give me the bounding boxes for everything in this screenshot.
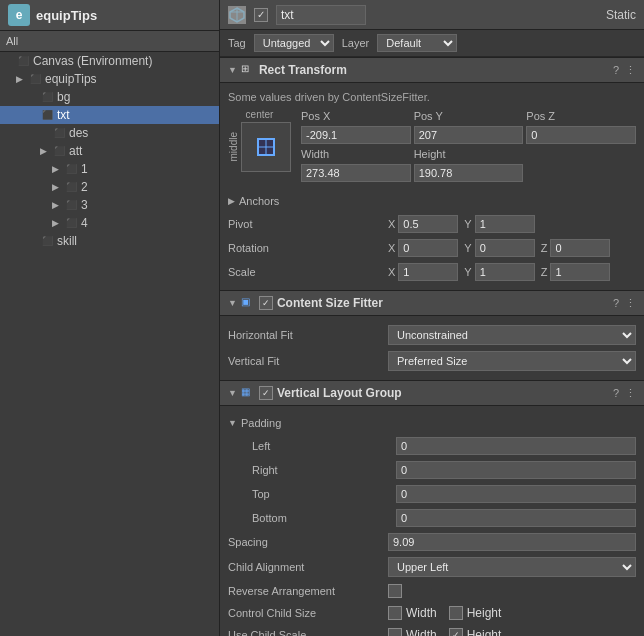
control-child-size-wh: Width Height <box>388 606 636 620</box>
vlg-help[interactable]: ? <box>613 387 619 399</box>
rot-z-input[interactable] <box>550 239 610 257</box>
tree-arrow-3: ▶ <box>52 200 64 210</box>
use-child-scale-label: Use Child Scale <box>228 629 388 636</box>
tag-dropdown[interactable]: Untagged <box>254 34 334 52</box>
tree-item-equiptips[interactable]: ▶ equipTips <box>0 70 219 88</box>
child-alignment-label: Child Alignment <box>228 561 388 573</box>
rect-transform-menu[interactable]: ⋮ <box>625 64 636 77</box>
top-input[interactable] <box>396 485 636 503</box>
height-label: Height <box>414 147 524 161</box>
vlg-header[interactable]: ▼ ▦ Vertical Layout Group ? ⋮ <box>220 380 644 406</box>
tree-icon-txt <box>40 108 54 122</box>
pos-x-input[interactable] <box>301 126 411 144</box>
csf-arrow: ▼ <box>228 298 237 308</box>
use-child-scale-width-checkbox[interactable] <box>388 628 402 636</box>
vlg-enabled-checkbox[interactable] <box>259 386 273 400</box>
left-input[interactable] <box>396 437 636 455</box>
use-child-scale-height-item: Height <box>449 628 502 636</box>
anchors-label: Anchors <box>239 195 399 207</box>
rect-transform-note: Some values driven by ContentSizeFitter. <box>228 89 636 109</box>
tree-icon-4 <box>64 216 78 230</box>
pos-y-input[interactable] <box>414 126 524 144</box>
spacing-input[interactable] <box>388 533 636 551</box>
pos-z-input[interactable] <box>526 126 636 144</box>
tree-item-canvas[interactable]: Canvas (Environment) <box>0 52 219 70</box>
tree-label-att: att <box>69 144 82 158</box>
height-input[interactable] <box>414 164 524 182</box>
pos-y-label: Pos Y <box>414 109 524 123</box>
scale-z-input[interactable] <box>550 263 610 281</box>
scale-label: Scale <box>228 266 388 278</box>
tree-item-3[interactable]: ▶ 3 <box>0 196 219 214</box>
csf-body: Horizontal Fit Unconstrained Vertical Fi… <box>220 316 644 380</box>
child-alignment-row: Child Alignment Upper Left <box>228 554 636 580</box>
tree-item-1[interactable]: ▶ 1 <box>0 160 219 178</box>
rot-y-input[interactable] <box>475 239 535 257</box>
anchor-widget[interactable] <box>241 122 291 172</box>
rotation-inputs: X Y Z <box>388 239 636 257</box>
right-input[interactable] <box>396 461 636 479</box>
control-child-width-label: Width <box>406 606 437 620</box>
control-child-height-checkbox[interactable] <box>449 606 463 620</box>
tree-label-bg: bg <box>57 90 70 104</box>
pivot-x-input[interactable] <box>398 215 458 233</box>
control-child-height-item: Height <box>449 606 502 620</box>
pivot-y-input[interactable] <box>475 215 535 233</box>
vlg-body: ▼ Padding Left Right Top Bottom Spacing <box>220 406 644 636</box>
control-child-width-checkbox[interactable] <box>388 606 402 620</box>
csf-icon: ▣ <box>241 296 255 310</box>
padding-label: Padding <box>241 417 401 429</box>
tree-icon-canvas <box>16 54 30 68</box>
tree-item-des[interactable]: des <box>0 124 219 142</box>
tree-icon-skill <box>40 234 54 248</box>
scale-x-label: X <box>388 266 395 278</box>
hierarchy-panel: e equipTips All Canvas (Environment) ▶ e… <box>0 0 220 636</box>
rot-x-input[interactable] <box>398 239 458 257</box>
padding-section: Left Right Top Bottom <box>228 434 636 530</box>
use-child-scale-height-checkbox[interactable] <box>449 628 463 636</box>
tag-label: Tag <box>228 37 246 49</box>
vertical-fit-dropdown[interactable]: Preferred Size <box>388 351 636 371</box>
tree-item-4[interactable]: ▶ 4 <box>0 214 219 232</box>
rot-x-label: X <box>388 242 395 254</box>
pivot-inputs: X Y <box>388 215 636 233</box>
vlg-menu[interactable]: ⋮ <box>625 387 636 400</box>
bottom-input[interactable] <box>396 509 636 527</box>
padding-header-row: ▼ Padding <box>228 412 636 434</box>
csf-menu[interactable]: ⋮ <box>625 297 636 310</box>
rot-y-label: Y <box>464 242 471 254</box>
reverse-arrangement-checkbox[interactable] <box>388 584 402 598</box>
tree-item-txt[interactable]: txt <box>0 106 219 124</box>
csf-help[interactable]: ? <box>613 297 619 309</box>
tree-icon-bg <box>40 90 54 104</box>
inspector-panel: Static Tag Untagged Layer Default ▼ ⊞ Re… <box>220 0 644 636</box>
vertical-fit-row: Vertical Fit Preferred Size <box>228 348 636 374</box>
anchor-v-label: middle <box>228 132 239 161</box>
tree-item-skill[interactable]: skill <box>0 232 219 250</box>
tree-item-bg[interactable]: bg <box>0 88 219 106</box>
reverse-arrangement-row: Reverse Arrangement <box>228 580 636 602</box>
tree-arrow-equiptips: ▶ <box>16 74 28 84</box>
scale-inputs: X Y Z <box>388 263 636 281</box>
rect-transform-header[interactable]: ▼ ⊞ Rect Transform ? ⋮ <box>220 57 644 83</box>
control-child-height-label: Height <box>467 606 502 620</box>
scale-y-input[interactable] <box>475 263 535 281</box>
static-label: Static <box>606 8 636 22</box>
padding-right-row: Right <box>236 458 636 482</box>
tree-item-att[interactable]: ▶ att <box>0 142 219 160</box>
horizontal-fit-dropdown[interactable]: Unconstrained <box>388 325 636 345</box>
tree-arrow-1: ▶ <box>52 164 64 174</box>
spacing-label: Spacing <box>228 536 388 548</box>
tree-item-2[interactable]: ▶ 2 <box>0 178 219 196</box>
csf-enabled-checkbox[interactable] <box>259 296 273 310</box>
content-size-fitter-header[interactable]: ▼ ▣ Content Size Fitter ? ⋮ <box>220 290 644 316</box>
scale-x-input[interactable] <box>398 263 458 281</box>
object-name-input[interactable] <box>276 5 366 25</box>
width-input[interactable] <box>301 164 411 182</box>
child-alignment-dropdown[interactable]: Upper Left <box>388 557 636 577</box>
layer-dropdown[interactable]: Default <box>377 34 457 52</box>
object-enabled-checkbox[interactable] <box>254 8 268 22</box>
rect-transform-help[interactable]: ? <box>613 64 619 76</box>
anchors-row[interactable]: ▶ Anchors <box>228 190 636 212</box>
tree-arrow-att: ▶ <box>40 146 52 156</box>
